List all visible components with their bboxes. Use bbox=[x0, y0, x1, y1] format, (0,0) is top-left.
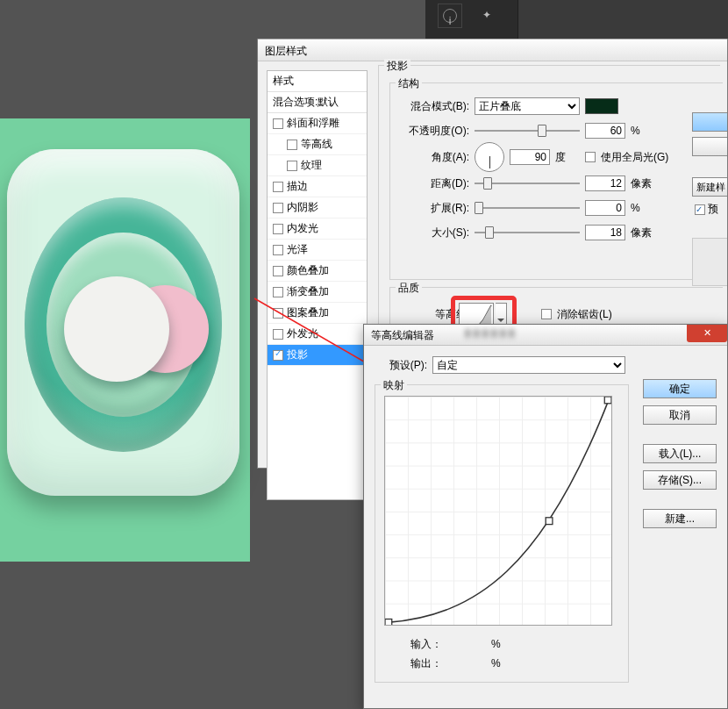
style-item-checkbox[interactable] bbox=[273, 308, 283, 319]
style-item-label: 外发光 bbox=[287, 326, 318, 341]
shadow-legend: 投影 bbox=[384, 59, 410, 74]
style-item-checkbox[interactable] bbox=[273, 182, 283, 192]
opacity-slider[interactable] bbox=[475, 123, 580, 139]
mapping-section: 映射 输入： % 输出： % bbox=[375, 384, 629, 683]
curve-canvas[interactable] bbox=[384, 396, 612, 626]
output-label: 输出： bbox=[410, 656, 442, 671]
quality-legend: 品质 bbox=[396, 281, 422, 296]
distance-input[interactable] bbox=[585, 175, 625, 191]
style-item-label: 斜面和浮雕 bbox=[287, 116, 339, 131]
mapping-legend: 映射 bbox=[381, 378, 407, 393]
shadow-color-swatch[interactable] bbox=[585, 98, 618, 114]
style-item-checkbox[interactable] bbox=[287, 161, 297, 171]
px-unit-2: 像素 bbox=[631, 226, 655, 240]
contour-editor-buttons: 确定 取消 载入(L)... 存储(S)... 新建... bbox=[643, 379, 717, 528]
style-item-label: 描边 bbox=[287, 179, 308, 194]
style-item-0[interactable]: 斜面和浮雕 bbox=[268, 113, 367, 134]
style-item-1[interactable]: 等高线 bbox=[268, 134, 367, 155]
use-global-light-label: 使用全局光(G) bbox=[601, 150, 668, 165]
ok-button-stub[interactable] bbox=[692, 112, 727, 132]
style-item-checkbox[interactable] bbox=[273, 224, 283, 234]
style-item-10[interactable]: 外发光 bbox=[268, 324, 367, 345]
dialog-right-buttons: 新建样 预 bbox=[692, 112, 727, 286]
size-slider[interactable] bbox=[475, 225, 580, 240]
contour-editor-titlebar[interactable]: 等高线编辑器 ▮▮▮▮▮▮ ✕ bbox=[364, 325, 727, 346]
distance-slider[interactable] bbox=[475, 175, 580, 191]
style-item-9[interactable]: 图案叠加 bbox=[268, 303, 367, 324]
use-global-light-checkbox[interactable] bbox=[585, 152, 596, 162]
dialog-titlebar[interactable]: 图层样式 bbox=[258, 39, 727, 61]
new-style-button-stub[interactable]: 新建样 bbox=[692, 177, 727, 197]
style-item-2[interactable]: 纹理 bbox=[268, 155, 367, 176]
spread-input[interactable] bbox=[585, 200, 625, 216]
style-item-label: 内阴影 bbox=[287, 200, 318, 215]
size-input[interactable] bbox=[585, 225, 625, 240]
info-icon[interactable]: i bbox=[438, 4, 462, 28]
style-item-6[interactable]: 光泽 bbox=[268, 240, 367, 261]
style-item-label: 纹理 bbox=[301, 158, 322, 173]
contour-editor-title: 等高线编辑器 bbox=[371, 329, 434, 341]
right-panel-stub bbox=[517, 0, 728, 39]
preset-select[interactable]: 自定 bbox=[432, 356, 625, 374]
style-item-checkbox[interactable] bbox=[273, 266, 283, 276]
style-item-3[interactable]: 描边 bbox=[268, 176, 367, 197]
angle-input[interactable] bbox=[510, 149, 550, 165]
blend-mode-label: 混合模式(B): bbox=[399, 99, 469, 114]
style-item-label: 图案叠加 bbox=[287, 305, 329, 320]
preview-swatch bbox=[692, 238, 727, 286]
spread-slider[interactable] bbox=[475, 200, 580, 216]
distance-label: 距离(D): bbox=[399, 176, 469, 191]
input-percent: % bbox=[491, 638, 501, 650]
style-item-label: 颜色叠加 bbox=[287, 263, 329, 278]
style-item-11[interactable]: 投影 bbox=[268, 345, 367, 366]
contour-editor-dialog: 等高线编辑器 ▮▮▮▮▮▮ ✕ 预设(P): 自定 映射 输入： bbox=[363, 324, 728, 709]
magic-icon[interactable]: ✦ bbox=[475, 4, 499, 28]
styles-list[interactable]: 样式 混合选项:默认 斜面和浮雕等高线纹理描边内阴影内发光光泽颜色叠加渐变叠加图… bbox=[267, 70, 368, 500]
style-item-7[interactable]: 颜色叠加 bbox=[268, 261, 367, 282]
artwork-circle-white bbox=[64, 276, 169, 382]
px-unit: 像素 bbox=[631, 176, 655, 191]
cancel-button-stub[interactable] bbox=[692, 137, 727, 156]
structure-legend: 结构 bbox=[396, 76, 422, 91]
style-item-checkbox[interactable] bbox=[273, 203, 283, 213]
angle-unit: 度 bbox=[555, 150, 580, 165]
input-label: 输入： bbox=[410, 637, 442, 652]
style-item-label: 投影 bbox=[287, 347, 308, 362]
svg-rect-5 bbox=[604, 397, 611, 404]
style-item-checkbox[interactable] bbox=[273, 245, 283, 255]
styles-list-header: 样式 bbox=[268, 71, 367, 92]
percent-unit-2: % bbox=[631, 202, 655, 214]
opacity-input[interactable] bbox=[585, 123, 625, 139]
angle-label: 角度(A): bbox=[399, 150, 469, 165]
style-item-8[interactable]: 渐变叠加 bbox=[268, 282, 367, 303]
blurred-text: ▮▮▮▮▮▮ bbox=[465, 326, 517, 339]
preview-checkbox[interactable] bbox=[695, 204, 705, 215]
svg-rect-4 bbox=[546, 518, 553, 525]
svg-rect-3 bbox=[385, 619, 392, 626]
style-item-checkbox[interactable] bbox=[273, 118, 283, 129]
opacity-label: 不透明度(O): bbox=[399, 124, 469, 139]
antialias-label: 消除锯齿(L) bbox=[557, 307, 612, 322]
new-button[interactable]: 新建... bbox=[643, 509, 717, 528]
save-button[interactable]: 存储(S)... bbox=[643, 470, 717, 490]
ok-button[interactable]: 确定 bbox=[643, 379, 717, 398]
angle-dial[interactable] bbox=[475, 142, 504, 172]
output-percent: % bbox=[491, 657, 501, 670]
canvas-background bbox=[0, 118, 250, 562]
preset-label: 预设(P): bbox=[375, 358, 427, 373]
artwork-icon bbox=[7, 149, 239, 496]
blend-mode-select[interactable]: 正片叠底 bbox=[475, 97, 580, 115]
style-item-5[interactable]: 内发光 bbox=[268, 218, 367, 240]
style-item-label: 光泽 bbox=[287, 242, 308, 257]
style-item-4[interactable]: 内阴影 bbox=[268, 197, 367, 218]
cancel-button[interactable]: 取消 bbox=[643, 405, 717, 425]
style-item-checkbox[interactable] bbox=[273, 287, 283, 297]
style-item-checkbox[interactable] bbox=[287, 140, 297, 150]
blend-options-default[interactable]: 混合选项:默认 bbox=[268, 92, 367, 113]
style-item-checkbox[interactable] bbox=[273, 350, 283, 361]
load-button[interactable]: 载入(L)... bbox=[643, 444, 717, 463]
close-icon[interactable]: ✕ bbox=[687, 325, 727, 342]
dialog-title: 图层样式 bbox=[265, 45, 307, 57]
style-item-checkbox[interactable] bbox=[273, 329, 283, 340]
antialias-checkbox[interactable] bbox=[541, 309, 552, 319]
